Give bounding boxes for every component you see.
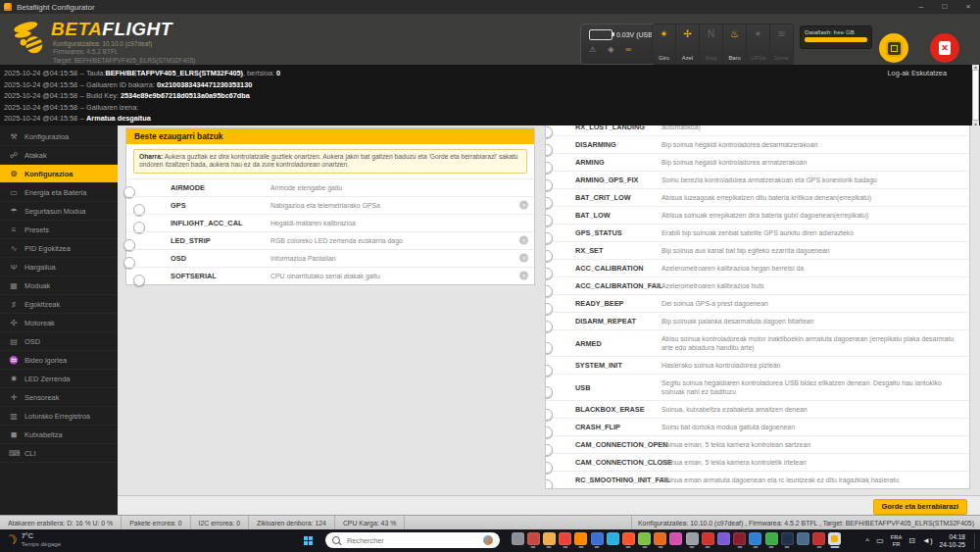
sensor-baro: ♨Baro [723, 25, 747, 64]
taskbar-purple-app[interactable] [717, 532, 730, 545]
taskbar-virtual-desktop-app[interactable] [512, 532, 524, 545]
close-button[interactable]: × [956, 0, 980, 14]
maximize-button[interactable]: □ [933, 0, 956, 14]
touch-keyboard-icon[interactable]: ▭ [876, 536, 884, 545]
taskbar-android-app[interactable] [638, 532, 651, 545]
beeper-description: Soinua eman, 5 tekla kamera kontroletik … [662, 458, 969, 467]
beeper-description: Soinu bat dortoka modua gaituta dagoenea… [662, 423, 969, 431]
sidebar-item-konfigurazioa[interactable]: ⚙Konfigurazioa [0, 165, 118, 183]
blackbox-icon: ◼ [9, 430, 19, 439]
barometer-icon: ♨ [730, 28, 739, 40]
taskbar-chrome[interactable] [559, 532, 571, 545]
open-app-indicator [547, 546, 552, 548]
beeper-name: CAM_CONNECTION_CLOSE [575, 458, 662, 467]
help-icon[interactable]: ? [519, 254, 528, 263]
sidebar-item-pid-egokitzea[interactable]: ∿PID Egokitzea [0, 239, 118, 258]
beeper-name: CAM_CONNECTION_OPEN [575, 440, 662, 449]
adjustments-icon: ♯ [9, 300, 19, 309]
sidebar-item-motoreak[interactable]: ✣Motoreak [0, 314, 118, 332]
taskbar-red-badge-app[interactable] [702, 532, 714, 545]
sensor-label: Giro [659, 55, 669, 61]
open-app-indicator [595, 546, 600, 548]
sidebar-item-presets[interactable]: ≡Presets [0, 221, 118, 239]
sidebar-item-energia-eta-bateria[interactable]: ▭Energia eta Bateria [0, 183, 118, 202]
show-desktop-button[interactable] [974, 533, 977, 549]
beeper-row-cam-connection-open: CAM_CONNECTION_OPENSoinua eman, 5 tekla … [546, 435, 969, 453]
sensor-giro: ✴Giro [653, 25, 676, 64]
language-indicator[interactable]: FRAFR [891, 534, 903, 547]
clock[interactable]: 04:1824-10-25 [940, 533, 965, 548]
taskbar-document-app[interactable] [591, 532, 604, 545]
open-app-indicator [658, 546, 662, 548]
sidebar-item-hargailua[interactable]: ΨHargailua [0, 258, 118, 276]
taskbar-clock-app[interactable] [781, 532, 794, 545]
help-icon[interactable]: ? [519, 201, 528, 210]
sidebar-item-egokitzeak[interactable]: ♯Egokitzeak [0, 295, 118, 314]
display-icon[interactable]: ⊡ [908, 536, 915, 545]
taskbar-file-explorer[interactable] [543, 532, 556, 545]
sidebar-item-moduak[interactable]: ▦Moduak [0, 276, 118, 295]
sidebar-item-led-zerrenda[interactable]: ✹LED Zerrenda [0, 370, 118, 388]
taskbar-search[interactable] [325, 532, 500, 548]
sidebar-item-kutxabeltza[interactable]: ◼Kutxabeltza [0, 426, 118, 444]
sidebar-item-cli[interactable]: ⌨CLI [0, 444, 118, 463]
minimize-button[interactable]: – [909, 0, 933, 14]
taskbar-media-app[interactable] [669, 532, 682, 545]
sidebar-item-label: Konfigurazioa [24, 170, 73, 178]
firmware-info: Konfiguratzailea: 10.10.0 (c97deaf)Firmw… [53, 40, 195, 65]
taskbar-check-app[interactable] [749, 532, 761, 545]
beeper-row-bat-low: BAT_LOWAbisua soinuak errepikatzen dira … [546, 206, 969, 224]
open-app-indicator [816, 546, 821, 548]
save-and-reboot-button[interactable]: Gorde eta berrabiarazi [873, 499, 967, 515]
log-lines: 2025-10-24 @04:15:58 -- Taula:BEFH/BETAF… [4, 68, 280, 125]
weather-moon-icon: ☽ [4, 531, 20, 548]
sidebar-item-bideo-igorlea[interactable]: ♒Bideo igorlea [0, 351, 118, 370]
feature-description: RGB coloreko LED zerrenda euskarria dago [270, 237, 534, 244]
taskbar-opera-app[interactable] [733, 532, 746, 545]
tray-chevron-icon[interactable]: ^ [865, 536, 869, 545]
open-app-indicator [563, 546, 567, 548]
beeper-row-cam-connection-close: CAM_CONNECTION_CLOSESoinua eman, 5 tekla… [546, 453, 969, 471]
open-app-indicator [706, 546, 710, 548]
pid-tuning-icon: ∿ [9, 244, 19, 253]
sidebar-item-atakak[interactable]: ☍Atakak [0, 146, 118, 165]
taskbar-droplet-app[interactable] [654, 532, 666, 545]
weather-description: Temps dégagé [22, 540, 62, 547]
taskbar-vlc[interactable] [574, 532, 587, 545]
open-app-indicator [690, 546, 695, 548]
scrollbar-thumb[interactable] [972, 70, 979, 121]
open-app-indicator [578, 546, 583, 548]
beeper-name: ARMED [575, 339, 662, 348]
help-icon[interactable]: ? [519, 272, 528, 280]
sidebar-item-label: Moduak [24, 281, 50, 290]
sidebar-item-label: OSD [24, 337, 40, 346]
taskbar-betaflight-app[interactable] [828, 532, 841, 545]
taskbar-spiral-app[interactable] [686, 532, 699, 545]
sidebar-item-segurtasun-modua[interactable]: ☂Segurtasun Modua [0, 202, 118, 221]
open-app-indicator [531, 546, 536, 548]
taskbar-photos-app[interactable] [607, 532, 619, 545]
brand-wordmark: BETAFLIGHT [51, 19, 172, 40]
sensor-mag: NMag [700, 25, 723, 64]
sidebar-item-osd[interactable]: ▤OSD [0, 332, 118, 351]
sidebar-item-label: PID Egokitzea [24, 244, 71, 253]
wrench-icon: ⚒ [9, 132, 19, 141]
weather-widget[interactable]: ☽ 7°C Temps dégagé [6, 531, 61, 547]
taskbar-red-ring-app[interactable] [812, 532, 825, 545]
help-icon[interactable]: ? [519, 236, 528, 245]
taskbar-brave[interactable] [622, 532, 635, 545]
start-button[interactable] [304, 536, 313, 545]
beeper-row-rx-set: RX_SETBip soinua aux kanal bat bip egite… [546, 241, 969, 259]
taskbar-mail-app[interactable] [527, 532, 540, 545]
taskbar-globe-app[interactable] [797, 532, 809, 545]
search-input[interactable] [345, 535, 466, 546]
taskbar-green-power-app[interactable] [765, 532, 778, 545]
speaker-icon[interactable]: ◄) [922, 536, 933, 545]
sidebar-item-sensoreak[interactable]: ✛Sensoreak [0, 388, 118, 407]
status-segment: Atakaren erabilera: D: 16 % U: 0 % [0, 516, 122, 529]
motors-icon: ✣ [9, 319, 19, 327]
sidebar-item-loturako-erregistroa[interactable]: ▥Loturako Erregistroa [0, 407, 118, 426]
hide-logs-link[interactable]: Log-ak Eskutatzea [888, 69, 947, 77]
sidebar-item-konfigurazioa[interactable]: ⚒Konfigurazioa [0, 127, 118, 146]
status-segment: I2C errorea: 0 [191, 516, 250, 529]
